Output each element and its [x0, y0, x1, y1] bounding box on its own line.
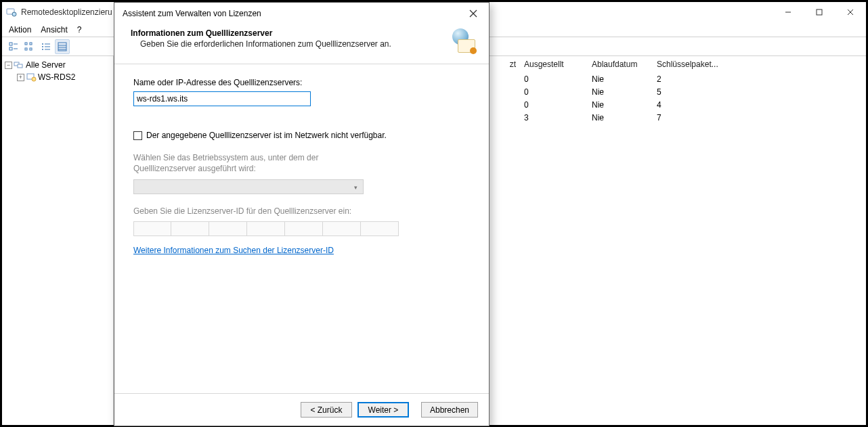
- license-id-inputs: [133, 221, 470, 236]
- menu-action[interactable]: Aktion: [9, 25, 31, 35]
- col-header-schluessel[interactable]: Schlüsselpaket...: [653, 60, 754, 69]
- os-select: ▾: [133, 179, 364, 194]
- tree-child-label: WS-RDS2: [38, 72, 75, 82]
- tree-root-row[interactable]: − Alle Server: [5, 59, 113, 71]
- svg-rect-6: [9, 43, 12, 45]
- license-id-label: Geben Sie die Lizenzserver-ID für den Qu…: [133, 206, 470, 216]
- license-id-cell-6: [323, 221, 361, 236]
- cell-ausgestellt: 3: [520, 113, 588, 122]
- tree-collapse-icon[interactable]: −: [5, 62, 12, 69]
- toolbar-list-view-3[interactable]: [39, 39, 53, 54]
- toolbar-list-view-1[interactable]: [6, 39, 21, 54]
- tree-root-label: Alle Server: [26, 60, 66, 70]
- minimize-button[interactable]: [773, 2, 804, 22]
- cell-ausgestellt: 0: [520, 100, 588, 110]
- col-header-ausgestellt[interactable]: Ausgestellt: [520, 60, 588, 69]
- find-license-id-link[interactable]: Weitere Informationen zum Suchen der Liz…: [133, 246, 334, 255]
- cell-ablauf: Nie: [588, 87, 653, 97]
- cell-ausgestellt: 0: [520, 74, 588, 84]
- svg-rect-13: [30, 48, 32, 50]
- dialog-title: Assistent zum Verwalten von Lizenzen: [123, 9, 261, 18]
- license-id-cell-1: [133, 221, 171, 236]
- unavailable-checkbox[interactable]: [133, 131, 142, 140]
- col-header-ablauf[interactable]: Ablaufdatum: [588, 60, 653, 69]
- tree-expand-icon[interactable]: +: [17, 74, 24, 81]
- cell-schluessel: 2: [653, 74, 754, 84]
- license-id-cell-2: [171, 221, 209, 236]
- menu-view[interactable]: Ansicht: [41, 25, 67, 35]
- cell-ablauf: Nie: [588, 100, 653, 110]
- back-button[interactable]: < Zurück: [301, 402, 352, 418]
- tree-child-row[interactable]: + WS-RDS2: [17, 71, 113, 83]
- license-id-cell-4: [247, 221, 285, 236]
- license-id-cell-3: [209, 221, 247, 236]
- cell-ablauf: Nie: [588, 113, 653, 122]
- svg-point-15: [42, 46, 43, 47]
- cell-schluessel: 7: [653, 113, 754, 122]
- svg-point-14: [42, 43, 43, 45]
- cell-schluessel: 5: [653, 87, 754, 97]
- toolbar-list-view-2[interactable]: [22, 39, 37, 54]
- svg-rect-25: [18, 64, 22, 68]
- dialog-close-button[interactable]: [458, 3, 489, 24]
- chevron-down-icon: ▾: [349, 181, 362, 194]
- unavailable-checkbox-label: Der angegebene Quelllizenzserver ist im …: [146, 131, 387, 140]
- license-id-cell-5: [285, 221, 323, 236]
- source-server-name-input[interactable]: [133, 91, 311, 106]
- app-icon: [6, 7, 17, 18]
- svg-point-16: [42, 49, 43, 50]
- dialog-header: Informationen zum Quelllizenzserver Gebe…: [114, 24, 489, 64]
- next-button[interactable]: Weiter >: [357, 402, 409, 418]
- dialog-heading: Informationen zum Quelllizenzserver: [131, 28, 443, 38]
- main-title: Remotedesktoplizenzieru: [21, 7, 112, 17]
- os-select-label: Wählen Sie das Betriebssystem aus, unter…: [133, 152, 377, 174]
- dialog-body: Name oder IP-Adresse des Quelllizenzserv…: [114, 64, 489, 393]
- tree-pane: − Alle Server +: [2, 56, 114, 425]
- toolbar-details-view[interactable]: [55, 39, 70, 54]
- server-icon: [26, 72, 37, 83]
- svg-rect-7: [9, 47, 12, 50]
- maximize-button[interactable]: [804, 2, 835, 22]
- dialog-subheading: Geben Sie die erforderlichen Information…: [131, 39, 443, 49]
- license-id-cell-7: [361, 221, 399, 236]
- license-globe-icon: [450, 28, 478, 55]
- svg-rect-11: [25, 48, 27, 50]
- cancel-button[interactable]: Abbrechen: [421, 402, 478, 418]
- source-server-name-label: Name oder IP-Adresse des Quelllizenzserv…: [133, 78, 470, 87]
- menu-help[interactable]: ?: [77, 25, 82, 35]
- svg-rect-3: [817, 9, 822, 15]
- svg-rect-12: [30, 43, 32, 45]
- license-wizard-dialog: Assistent zum Verwalten von Lizenzen Inf…: [114, 2, 490, 426]
- window-controls: [773, 2, 866, 22]
- servers-icon: [14, 60, 24, 70]
- cell-ausgestellt: 0: [520, 87, 588, 97]
- dialog-titlebar: Assistent zum Verwalten von Lizenzen: [114, 3, 489, 24]
- cell-schluessel: 4: [653, 100, 754, 110]
- close-button[interactable]: [835, 2, 866, 22]
- svg-point-1: [12, 12, 16, 16]
- dialog-footer: < Zurück Weiter > Abbrechen: [114, 393, 489, 426]
- svg-point-27: [32, 77, 36, 81]
- svg-rect-10: [25, 43, 27, 45]
- cell-ablauf: Nie: [588, 74, 653, 84]
